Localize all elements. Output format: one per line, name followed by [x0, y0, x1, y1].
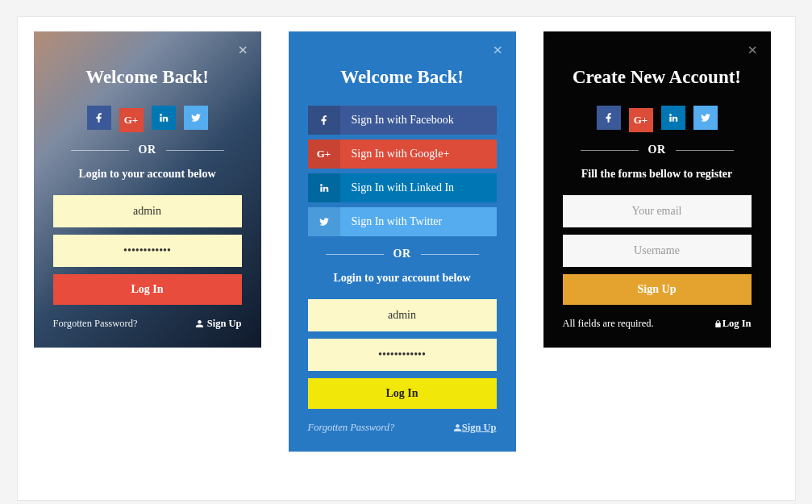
- login-button[interactable]: Log In: [53, 274, 242, 305]
- linkedin-signin-button[interactable]: Sign In with Linked In: [308, 173, 497, 202]
- twitter-signin-button[interactable]: Sign In with Twitter: [308, 207, 497, 236]
- facebook-signin-button[interactable]: Sign In with Facebook: [308, 106, 497, 135]
- card-footer: Forgotten Password? Sign Up: [53, 318, 242, 330]
- separator: OR: [308, 248, 497, 260]
- login-card-blue: × Welcome Back! Sign In with Facebook G+…: [289, 31, 516, 452]
- separator-label: OR: [648, 144, 666, 156]
- social-stack: Sign In with Facebook G+ Sign In with Go…: [308, 106, 497, 236]
- footer-note: All fields are required.: [563, 318, 654, 330]
- facebook-icon: [308, 106, 340, 135]
- facebook-signin-label: Sign In with Facebook: [340, 114, 497, 127]
- forgot-password-link[interactable]: Forgotten Password?: [308, 422, 395, 434]
- twitter-icon[interactable]: [184, 106, 208, 130]
- googleplus-signin-label: Sign In with Google+: [340, 148, 497, 160]
- subtitle: Login to your account below: [308, 272, 497, 285]
- linkedin-icon[interactable]: [152, 106, 176, 130]
- linkedin-icon: [308, 173, 340, 202]
- card-footer: Forgotten Password? Sign Up: [308, 422, 497, 434]
- close-icon[interactable]: ×: [493, 41, 503, 59]
- signup-card-dark: × Create New Account! G+ OR Fill the for…: [543, 31, 771, 348]
- password-input[interactable]: [53, 235, 242, 267]
- separator: OR: [53, 144, 242, 156]
- linkedin-signin-label: Sign In with Linked In: [340, 181, 497, 194]
- signup-link[interactable]: Sign Up: [195, 318, 242, 330]
- googleplus-icon[interactable]: G+: [629, 108, 653, 132]
- separator-label: OR: [139, 144, 156, 156]
- card-title: Welcome Back!: [53, 67, 242, 88]
- close-icon[interactable]: ×: [747, 41, 758, 59]
- card-footer: All fields are required. Log In: [563, 318, 752, 330]
- login-card-photo: × Welcome Back! G+ OR Login to your acco…: [34, 31, 261, 348]
- twitter-icon: [308, 207, 340, 236]
- linkedin-icon[interactable]: [661, 106, 685, 130]
- facebook-icon[interactable]: [87, 106, 111, 130]
- page: × Welcome Back! G+ OR Login to your acco…: [17, 16, 796, 501]
- googleplus-icon: G+: [308, 140, 340, 169]
- card-title: Create New Account!: [563, 67, 752, 88]
- googleplus-icon[interactable]: G+: [119, 108, 144, 132]
- password-input[interactable]: [308, 339, 497, 371]
- username-input[interactable]: [563, 235, 752, 267]
- login-button[interactable]: Log In: [308, 378, 497, 409]
- subtitle: Login to your account below: [53, 168, 242, 181]
- separator-label: OR: [394, 248, 411, 260]
- facebook-icon[interactable]: [597, 106, 621, 130]
- subtitle: Fill the forms bellow to register: [563, 168, 752, 181]
- email-input[interactable]: [563, 195, 752, 227]
- forgot-password-link[interactable]: Forgotten Password?: [53, 318, 138, 330]
- social-row: G+: [563, 106, 752, 132]
- login-link[interactable]: Log In: [714, 318, 752, 330]
- googleplus-signin-button[interactable]: G+ Sign In with Google+: [308, 140, 497, 169]
- social-row: G+: [53, 106, 242, 132]
- twitter-icon[interactable]: [693, 106, 718, 130]
- signup-button[interactable]: Sign Up: [563, 274, 752, 305]
- username-input[interactable]: [308, 299, 497, 331]
- username-input[interactable]: [53, 195, 242, 227]
- card-title: Welcome Back!: [308, 67, 497, 88]
- twitter-signin-label: Sign In with Twitter: [340, 215, 497, 228]
- close-icon[interactable]: ×: [238, 41, 248, 59]
- separator: OR: [563, 144, 752, 156]
- signup-link[interactable]: Sign Up: [453, 422, 497, 434]
